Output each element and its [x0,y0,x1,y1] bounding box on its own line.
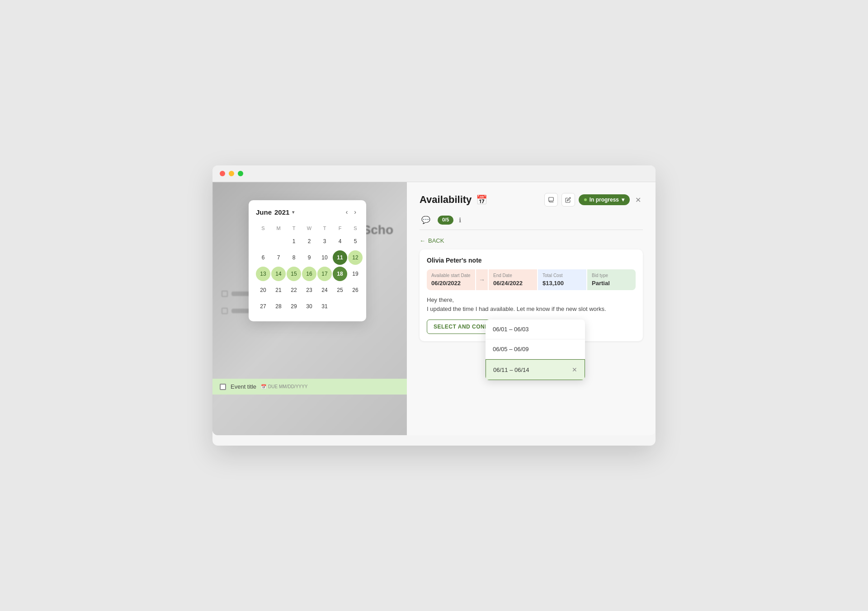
back-arrow-icon: ← [420,237,425,244]
dot-green[interactable] [238,171,243,176]
cal-day-19[interactable]: 19 [348,267,363,281]
cal-day-1[interactable]: 1 [287,234,301,249]
note-author: Olivia Peter's note [427,257,636,264]
cal-day-26[interactable]: 26 [348,283,363,297]
cal-day-31[interactable]: 31 [317,299,332,314]
dot-red[interactable] [220,171,225,176]
date-cell-bid: Bid type Partial [587,269,636,290]
back-label: BACK [428,237,444,244]
start-date-value: 06/20/2022 [431,280,471,287]
cal-header: June 2021 ▾ ‹ › [256,207,359,216]
event-checkbox[interactable] [220,384,226,390]
date-arrow-icon: → [476,269,488,290]
cal-day-14[interactable]: 14 [271,267,286,281]
cal-day-25[interactable]: 25 [333,283,347,297]
status-label: In progress [590,197,619,203]
tab-chat-icon[interactable]: 💬 [420,214,432,226]
tab-info-icon[interactable]: ℹ [459,216,461,224]
cal-day-empty [256,234,270,249]
left-panel: Cambridge Public Scho Event title [212,182,407,435]
browser-toolbar [212,165,656,182]
end-date-value: 06/24/2022 [493,280,533,287]
cal-prev-btn[interactable]: ‹ [343,207,351,216]
cost-value: $13,100 [542,280,582,287]
cal-day-22[interactable]: 22 [287,283,301,297]
time-slot-3-close-icon[interactable]: ✕ [572,366,577,373]
bg-checkbox-2 [222,308,228,314]
cal-day-20[interactable]: 20 [256,283,270,297]
cal-day-30[interactable]: 30 [302,299,316,314]
back-button[interactable]: ← BACK [420,237,643,244]
cal-day-27[interactable]: 27 [256,299,270,314]
tabs: 💬 0/5 ℹ [420,214,643,230]
end-date-label: End Date [493,273,533,278]
panel-title-text: Availability [420,194,472,206]
cal-dropdown-arrow[interactable]: ▾ [292,210,294,215]
note-message: Hey there, I updated the time I had avai… [427,296,636,313]
right-panel: Availability 📅 [407,182,656,435]
cal-icon-small: 📅 [261,384,266,389]
cal-day-16[interactable]: 16 [302,267,316,281]
cal-label-mon: M [271,224,286,233]
cal-day-8[interactable]: 8 [287,250,301,265]
cal-month: June [256,208,272,216]
cal-day-10[interactable]: 10 [317,250,332,265]
cal-day-5[interactable]: 5 [348,234,363,249]
time-slots-dropdown: 06/01 – 06/03 06/05 – 06/09 06/11 – 06/1… [486,320,585,380]
time-slot-2[interactable]: 06/05 – 06/09 [486,339,585,359]
cal-day-4[interactable]: 4 [333,234,347,249]
cal-day-3[interactable]: 3 [317,234,332,249]
cal-label-wed: W [302,224,316,233]
panel-cal-icon: 📅 [476,194,487,205]
cal-label-thu: T [317,224,332,233]
date-cell-cost: Total Cost $13,100 [538,269,586,290]
cal-day-12[interactable]: 12 [348,250,363,265]
cal-day-18[interactable]: 18 [333,267,347,281]
comment-icon-btn[interactable] [544,193,558,207]
cal-day-7[interactable]: 7 [271,250,286,265]
cal-day-23[interactable]: 23 [302,283,316,297]
header-actions: In progress ▾ ✕ [544,193,643,207]
cal-day-21[interactable]: 21 [271,283,286,297]
time-slot-1[interactable]: 06/01 – 06/03 [486,320,585,339]
cal-month-year: June 2021 ▾ [256,208,294,216]
panel-title: Availability 📅 [420,194,487,206]
svg-rect-0 [548,197,553,201]
browser-window: Cambridge Public Scho Event title [212,165,656,446]
time-slot-3-label: 06/11 – 06/14 [493,367,529,373]
cal-day-11[interactable]: 11 [333,250,347,265]
event-bar: Event title 📅 DUE MM/DD/YYYY [212,379,407,395]
cal-day-24[interactable]: 24 [317,283,332,297]
dot-yellow[interactable] [229,171,234,176]
time-slot-1-label: 06/01 – 06/03 [493,326,529,333]
cal-day-28[interactable]: 28 [271,299,286,314]
edit-icon-btn[interactable] [561,193,575,207]
cal-next-btn[interactable]: › [351,207,359,216]
cal-day-empty [271,234,286,249]
cal-label-sun: S [256,224,270,233]
note-card: Olivia Peter's note Available start Date… [420,249,643,341]
cal-day-13[interactable]: 13 [256,267,270,281]
cal-day-empty [333,299,347,314]
close-button[interactable]: ✕ [633,194,643,206]
bg-checkbox-1 [222,291,228,297]
date-cell-end: End Date 06/24/2022 [489,269,537,290]
tab-badge[interactable]: 0/5 [438,216,453,225]
cal-day-2[interactable]: 2 [302,234,316,249]
start-date-label: Available start Date [431,273,471,278]
cal-label-tue: T [287,224,301,233]
status-badge[interactable]: In progress ▾ [579,194,630,205]
time-slot-3[interactable]: 06/11 – 06/14 ✕ [486,359,585,380]
cal-day-29[interactable]: 29 [287,299,301,314]
cost-label: Total Cost [542,273,582,278]
cal-day-17[interactable]: 17 [317,267,332,281]
cal-year: 2021 [274,208,289,216]
event-due: 📅 DUE MM/DD/YYYY [261,384,307,389]
action-buttons: SELECT AND CONFIRM TIME ME... 06/01 – 06… [427,320,636,334]
bid-value: Partial [592,280,631,287]
cal-day-15[interactable]: 15 [287,267,301,281]
cal-label-fri: F [333,224,347,233]
cal-day-9[interactable]: 9 [302,250,316,265]
cal-day-empty [348,299,363,314]
cal-day-6[interactable]: 6 [256,250,270,265]
